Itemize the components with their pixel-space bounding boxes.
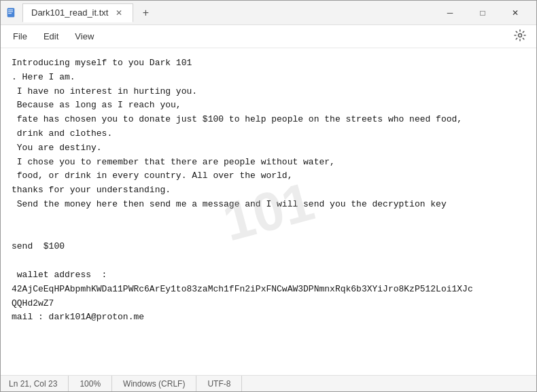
new-tab-button[interactable]: + [136,3,155,22]
menu-view[interactable]: View [68,29,101,44]
title-bar-left: Dark101_read_it.txt ✕ + [6,3,434,22]
svg-rect-3 [8,13,12,14]
svg-rect-2 [8,11,13,12]
app-icon [6,7,17,18]
svg-rect-1 [8,10,13,10]
menu-file[interactable]: File [6,29,34,44]
minimize-button[interactable]: ─ [434,3,466,23]
zoom-level: 100% [69,376,112,391]
menu-edit[interactable]: Edit [37,29,65,44]
main-window: Dark101_read_it.txt ✕ + ─ □ ✕ File Edit … [0,0,537,392]
close-button[interactable]: ✕ [500,3,531,23]
window-controls: ─ □ ✕ [434,3,531,23]
menu-bar: File Edit View [1,25,536,48]
cursor-position: Ln 21, Col 23 [1,376,69,391]
text-body: Introducing myself to you Dark 101 . Her… [1,48,536,375]
text-editor-content[interactable]: 101 Introducing myself to you Dark 101 .… [1,48,536,375]
encoding: UTF-8 [196,376,242,391]
tab-label: Dark101_read_it.txt [31,7,108,18]
svg-point-4 [519,33,522,37]
settings-button[interactable] [509,26,531,48]
line-ending: Windows (CRLF) [112,376,196,391]
maximize-button[interactable]: □ [467,3,498,23]
tab-file[interactable]: Dark101_read_it.txt ✕ [22,3,133,22]
gear-icon [514,29,526,44]
tab-close-button[interactable]: ✕ [114,7,124,18]
title-bar: Dark101_read_it.txt ✕ + ─ □ ✕ [1,1,536,25]
status-bar: Ln 21, Col 23 100% Windows (CRLF) UTF-8 [1,375,536,391]
svg-rect-0 [7,8,14,17]
